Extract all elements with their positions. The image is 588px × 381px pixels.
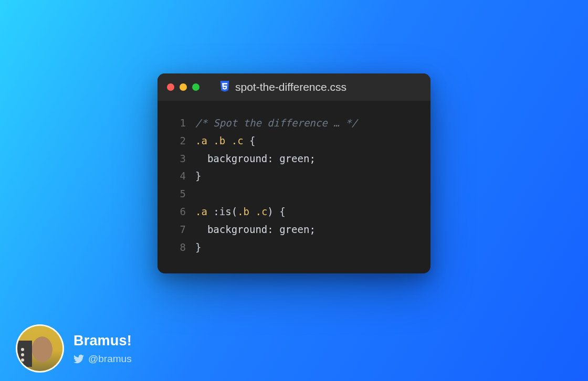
line-code: .a :is(.b .c) { <box>186 203 286 221</box>
minimize-icon[interactable] <box>180 83 187 91</box>
line-code <box>186 185 201 203</box>
css3-icon <box>219 81 230 93</box>
code-line: 1/* Spot the difference … */ <box>172 114 416 132</box>
author-handle: @bramus <box>88 353 132 365</box>
line-code: } <box>186 167 201 185</box>
line-code: } <box>186 239 201 257</box>
code-line: 3 background: green; <box>172 150 416 168</box>
line-number: 1 <box>172 114 186 132</box>
author-card: Bramus! @bramus <box>16 324 132 373</box>
line-code: background: green; <box>186 221 316 239</box>
window-titlebar: spot-the-difference.css <box>158 73 430 101</box>
line-number: 2 <box>172 132 186 150</box>
twitter-icon <box>74 354 84 364</box>
line-code: /* Spot the difference … */ <box>186 114 358 132</box>
file-tab[interactable]: spot-the-difference.css <box>219 81 346 93</box>
author-name: Bramus! <box>74 333 132 349</box>
traffic-lights <box>167 83 200 91</box>
code-line: 5 <box>172 185 416 203</box>
line-number: 7 <box>172 221 186 239</box>
line-number: 4 <box>172 167 186 185</box>
line-number: 3 <box>172 150 186 168</box>
code-content: 1/* Spot the difference … */2.a .b .c {3… <box>158 101 430 273</box>
line-number: 8 <box>172 239 186 257</box>
line-code: background: green; <box>186 150 316 168</box>
author-handle-row[interactable]: @bramus <box>74 353 132 365</box>
line-code: .a .b .c { <box>186 132 255 150</box>
code-line: 4} <box>172 167 416 185</box>
code-editor-window: spot-the-difference.css 1/* Spot the dif… <box>158 73 430 273</box>
code-line: 7 background: green; <box>172 221 416 239</box>
close-icon[interactable] <box>167 83 174 91</box>
line-number: 5 <box>172 185 186 203</box>
file-name: spot-the-difference.css <box>235 81 346 93</box>
line-number: 6 <box>172 203 186 221</box>
avatar <box>16 324 64 373</box>
code-line: 6.a :is(.b .c) { <box>172 203 416 221</box>
author-text: Bramus! @bramus <box>74 333 132 365</box>
code-line: 8} <box>172 239 416 257</box>
zoom-icon[interactable] <box>192 83 200 91</box>
code-line: 2.a .b .c { <box>172 132 416 150</box>
